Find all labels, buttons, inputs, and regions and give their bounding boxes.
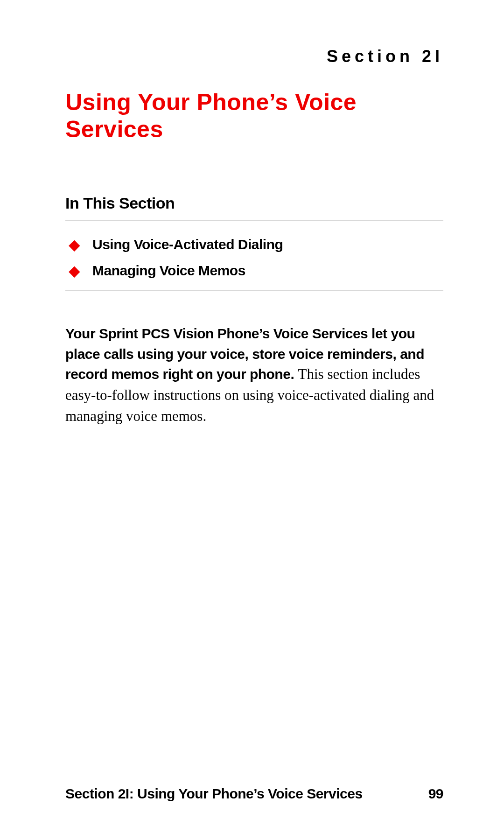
- footer-section-title: Section 2I: Using Your Phone’s Voice Ser…: [65, 786, 363, 802]
- section-contents-list: ◆ Using Voice-Activated Dialing ◆ Managi…: [65, 237, 443, 279]
- divider-top: [65, 220, 443, 221]
- section-label: Section 2I: [65, 47, 443, 66]
- document-page: Section 2I Using Your Phone’s Voice Serv…: [0, 0, 504, 840]
- page-title: Using Your Phone’s Voice Services: [65, 89, 443, 143]
- list-item: ◆ Using Voice-Activated Dialing: [65, 237, 443, 252]
- page-footer: Section 2I: Using Your Phone’s Voice Ser…: [65, 786, 443, 802]
- diamond-bullet-icon: ◆: [68, 238, 80, 251]
- footer-page-number: 99: [428, 786, 443, 802]
- list-item: ◆ Managing Voice Memos: [65, 263, 443, 279]
- divider-bottom: [65, 290, 443, 291]
- list-item-label: Managing Voice Memos: [92, 263, 245, 279]
- list-item-label: Using Voice-Activated Dialing: [92, 237, 283, 252]
- intro-paragraph: Your Sprint PCS Vision Phone’s Voice Ser…: [65, 323, 443, 427]
- in-this-section-heading: In This Section: [65, 194, 443, 212]
- diamond-bullet-icon: ◆: [68, 265, 80, 277]
